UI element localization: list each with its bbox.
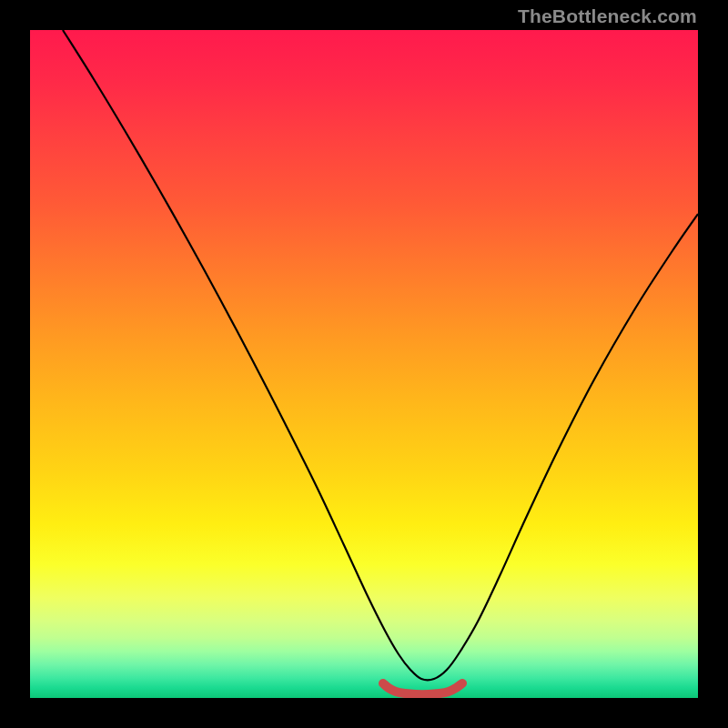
plot-area: [30, 30, 698, 698]
red-valley-marker: [383, 683, 462, 694]
black-curve-line: [63, 30, 698, 680]
chart-svg: [30, 30, 698, 698]
chart-frame: TheBottleneck.com: [0, 0, 728, 728]
watermark-text: TheBottleneck.com: [518, 5, 697, 27]
